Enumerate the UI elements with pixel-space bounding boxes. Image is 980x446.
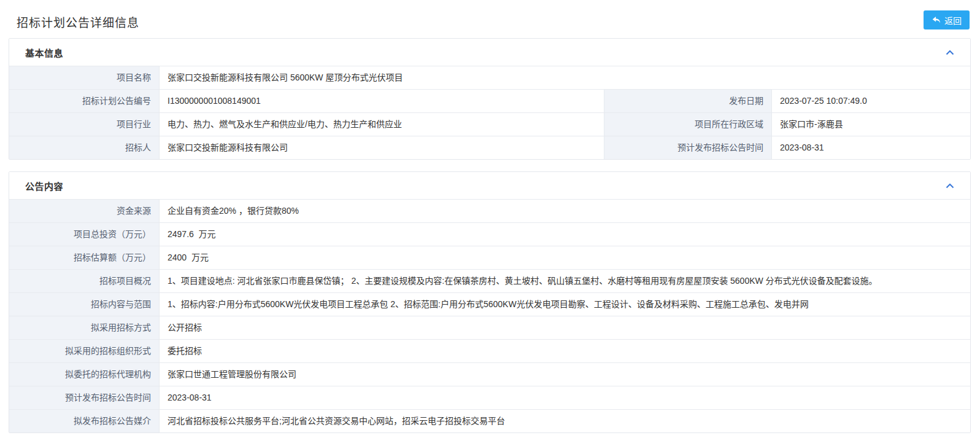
field-label: 项目行业 (9, 113, 159, 136)
field-value: 张家口交投新能源科技有限公司 5600KW 屋顶分布式光伏项目 (159, 66, 970, 89)
section-announcement-content: 公告内容 资金来源 企业自有资金20% ，银行贷款80% 项目总投资（万元） 2… (9, 171, 971, 433)
field-value: 2400 万元 (159, 246, 970, 269)
field-label: 资金来源 (9, 200, 159, 222)
table-row: 项目名称 张家口交投新能源科技有限公司 5600KW 屋顶分布式光伏项目 (9, 66, 970, 89)
field-label: 招标人 (9, 136, 159, 159)
field-label: 招标项目概况 (9, 270, 159, 292)
table-row: 拟发布招标公告媒介 河北省招标投标公共服务平台;河北省公共资源交易中心网站，招采… (9, 409, 970, 432)
field-value: 1、项目建设地点: 河北省张家口市鹿县保岱镇； 2、主要建设规模及内容:在保镇茶… (159, 270, 970, 292)
section-basic-info-header[interactable]: 基本信息 (9, 39, 970, 66)
section-announcement-content-header[interactable]: 公告内容 (9, 172, 970, 199)
back-arrow-icon (932, 16, 941, 24)
section-title: 公告内容 (25, 179, 63, 192)
table-row: 预计发布招标公告时间 2023-08-31 (9, 386, 970, 409)
table-row: 拟采用招标方式 公开招标 (9, 316, 970, 339)
table-row: 拟委托的招标代理机构 张家口世通工程管理股份有限公司 (9, 362, 970, 386)
field-label: 预计发布招标公告时间 (604, 136, 771, 159)
table-row: 招标内容与范围 1、招标内容:户用分布式5600KW光伏发电项目工程总承包 2、… (9, 292, 970, 316)
table-row: 资金来源 企业自有资金20% ，银行贷款80% (9, 199, 970, 222)
field-label: 发布日期 (604, 90, 771, 112)
chevron-up-icon[interactable] (946, 183, 954, 189)
field-label: 拟发布招标公告媒介 (9, 410, 159, 432)
page-title: 招标计划公告详细信息 (17, 14, 139, 30)
field-value: 张家口市-涿鹿县 (771, 113, 970, 136)
field-value: 张家口交投新能源科技有限公司 (159, 136, 604, 159)
field-label: 项目所在行政区域 (604, 113, 771, 136)
top-bar: 招标计划公告详细信息 返回 (0, 0, 980, 38)
table-row: 项目行业 电力、热力、燃气及水生产和供应业/电力、热力生产和供应业 项目所在行政… (9, 112, 970, 136)
back-button-label: 返回 (944, 14, 962, 26)
field-value: 2023-08-31 (159, 386, 970, 409)
field-value: 1、招标内容:户用分布式5600KW光伏发电项目工程总承包 2、招标范围:户用分… (159, 293, 970, 316)
field-label: 拟采用的招标组织形式 (9, 340, 159, 362)
section-title: 基本信息 (25, 46, 63, 59)
field-value: 公开招标 (159, 316, 970, 339)
table-row: 招标人 张家口交投新能源科技有限公司 预计发布招标公告时间 2023-08-31 (9, 136, 970, 159)
field-label: 招标内容与范围 (9, 293, 159, 316)
chevron-up-icon[interactable] (946, 50, 954, 55)
field-value: 委托招标 (159, 340, 970, 362)
field-value: I1300000001008149001 (159, 90, 604, 112)
table-row: 拟采用的招标组织形式 委托招标 (9, 339, 970, 362)
field-value: 2497.6 万元 (159, 223, 970, 246)
field-value: 企业自有资金20% ，银行贷款80% (159, 200, 970, 222)
section-basic-info: 基本信息 项目名称 张家口交投新能源科技有限公司 5600KW 屋顶分布式光伏项… (9, 38, 971, 160)
field-label: 招标估算额（万元） (9, 246, 159, 269)
field-value: 电力、热力、燃气及水生产和供应业/电力、热力生产和供应业 (159, 113, 604, 136)
field-value: 2023-08-31 (771, 136, 970, 159)
back-button[interactable]: 返回 (924, 10, 970, 29)
field-label: 预计发布招标公告时间 (9, 386, 159, 409)
table-row: 招标项目概况 1、项目建设地点: 河北省张家口市鹿县保岱镇； 2、主要建设规模及… (9, 269, 970, 292)
field-label: 项目名称 (9, 66, 159, 89)
table-row: 招标估算额（万元） 2400 万元 (9, 246, 970, 269)
table-row: 招标计划公告编号 I1300000001008149001 发布日期 2023-… (9, 89, 970, 112)
field-value: 2023-07-25 10:07:49.0 (771, 90, 970, 112)
field-label: 拟委托的招标代理机构 (9, 363, 159, 386)
field-label: 项目总投资（万元） (9, 223, 159, 246)
field-label: 招标计划公告编号 (9, 90, 159, 112)
table-row: 项目总投资（万元） 2497.6 万元 (9, 222, 970, 246)
field-value: 河北省招标投标公共服务平台;河北省公共资源交易中心网站，招采云电子招投标交易平台 (159, 410, 970, 432)
field-label: 拟采用招标方式 (9, 316, 159, 339)
field-value: 张家口世通工程管理股份有限公司 (159, 363, 970, 386)
